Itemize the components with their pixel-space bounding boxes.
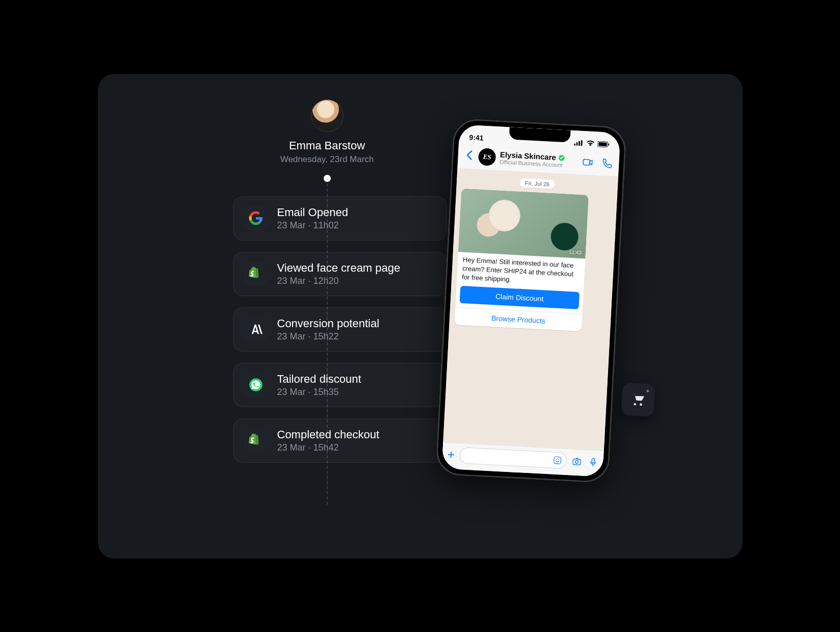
- timeline-item-meta: 23 Mar · 15h42: [277, 442, 436, 453]
- marketing-canvas: Emma Barstow Wednesday, 23rd March Email…: [98, 74, 743, 559]
- timeline-item-meta: 23 Mar · 11h02: [277, 220, 436, 231]
- svg-rect-9: [583, 159, 589, 165]
- timeline-item-title: Tailored discount: [277, 373, 436, 386]
- anthropic-icon: [244, 317, 268, 341]
- svg-rect-1: [574, 143, 575, 145]
- sparkle-icon: ✦: [645, 387, 650, 394]
- svg-point-12: [558, 459, 559, 460]
- timeline-item-title: Viewed face cream page: [277, 261, 436, 275]
- phone-mockup: 9:41 ES Elysia Skincare Officia: [435, 118, 626, 483]
- svg-rect-3: [579, 141, 580, 145]
- svg-rect-10: [554, 457, 561, 464]
- svg-rect-4: [581, 140, 582, 146]
- cart-badge: ✦: [621, 382, 655, 416]
- wifi-icon: [585, 139, 595, 148]
- timeline-item-meta: 23 Mar · 15h22: [277, 331, 436, 342]
- battery-icon: [597, 141, 610, 147]
- voice-call-icon[interactable]: [601, 157, 613, 169]
- timeline-item-conversion[interactable]: Conversion potential 23 Mar · 15h22: [233, 307, 447, 352]
- timeline-item-title: Conversion potential: [277, 317, 436, 330]
- svg-rect-13: [572, 459, 581, 465]
- shopify-icon: [244, 428, 268, 453]
- browse-products-button[interactable]: Browse Products: [454, 306, 582, 331]
- timeline-item-discount[interactable]: Tailored discount 23 Mar · 15h35: [233, 363, 447, 407]
- mic-icon[interactable]: [588, 457, 598, 467]
- timeline-item-meta: 23 Mar · 15h35: [277, 387, 436, 398]
- whatsapp-icon: [244, 373, 268, 397]
- profile-date: Wednesday, 23rd March: [243, 154, 411, 165]
- message-card: 11:43 Hey Emma! Still interested in our …: [454, 188, 589, 331]
- google-icon: [244, 206, 268, 230]
- cart-icon: [631, 392, 645, 407]
- svg-point-14: [575, 460, 578, 463]
- timeline-item-title: Completed checkout: [277, 428, 436, 441]
- timeline-item-email-opened[interactable]: Email Opened 23 Mar · 11h02: [233, 196, 447, 241]
- profile-name: Emma Barstow: [243, 139, 411, 152]
- svg-rect-15: [592, 458, 594, 463]
- message-image[interactable]: 11:43: [458, 188, 588, 258]
- business-avatar[interactable]: ES: [478, 148, 496, 166]
- chat-date-pill: Fri, Jul 26: [519, 178, 555, 189]
- sticker-icon[interactable]: [553, 455, 562, 465]
- shopify-icon: [244, 261, 268, 286]
- svg-point-8: [558, 154, 564, 161]
- camera-icon[interactable]: [571, 456, 582, 466]
- timeline-start-dot: [324, 175, 331, 182]
- timeline-item-title: Email Opened: [277, 206, 436, 219]
- timeline-item-meta: 23 Mar · 12h20: [277, 276, 436, 286]
- timeline-item-viewed-page[interactable]: Viewed face cream page 23 Mar · 12h20: [233, 252, 447, 296]
- status-time: 9:41: [469, 133, 484, 142]
- profile-header: Emma Barstow Wednesday, 23rd March: [243, 99, 411, 165]
- avatar: [311, 99, 344, 132]
- video-call-icon[interactable]: [582, 156, 593, 168]
- svg-point-11: [556, 459, 557, 460]
- business-info[interactable]: Elysia Skincare Official Business Accoun…: [499, 150, 578, 169]
- timeline-item-checkout[interactable]: Completed checkout 23 Mar · 15h42: [233, 418, 447, 463]
- message-input[interactable]: [459, 447, 567, 469]
- message-time: 11:43: [568, 249, 582, 255]
- back-button[interactable]: [463, 148, 474, 163]
- svg-rect-7: [608, 143, 609, 145]
- signal-icon: [573, 138, 583, 148]
- phone-screen: 9:41 ES Elysia Skincare Officia: [441, 124, 620, 477]
- svg-rect-2: [576, 142, 578, 145]
- chat-body: Fri, Jul 26 11:43 Hey Emma! Still intere…: [443, 169, 618, 451]
- timeline-list: Email Opened 23 Mar · 11h02 Viewed face …: [233, 196, 447, 463]
- attach-button[interactable]: +: [447, 447, 455, 462]
- message-text: Hey Emma! Still interested in our face c…: [456, 252, 585, 292]
- verified-badge-icon: [558, 154, 565, 162]
- svg-rect-6: [598, 142, 607, 146]
